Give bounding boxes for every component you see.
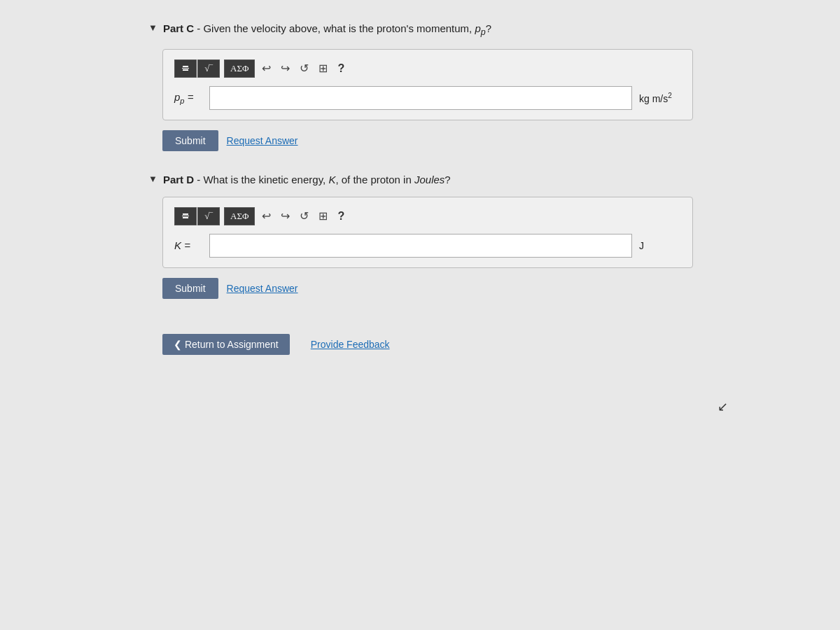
part-c-reset-btn[interactable]: ↺ bbox=[297, 60, 312, 76]
part-d-section: ▼ Part D - What is the kinetic energy, K… bbox=[147, 172, 693, 299]
part-d-title-end: ? bbox=[444, 174, 450, 186]
cursor-arrow: ↙ bbox=[718, 399, 728, 414]
part-c-title: Part C - Given the velocity above, what … bbox=[163, 21, 491, 39]
part-c-answer-box: √‾ ΑΣΦ ↩ ↪ ↺ ⊞ ? pp = bbox=[162, 49, 693, 120]
part-d-header: ▼ Part D - What is the kinetic energy, K… bbox=[147, 172, 693, 187]
part-c-input-row: pp = kg m/s2 bbox=[174, 86, 681, 110]
part-c-answer-input[interactable] bbox=[209, 86, 632, 110]
part-c-label: Part C bbox=[163, 22, 194, 34]
part-d-italic: Joules bbox=[414, 174, 444, 186]
part-c-var: pp bbox=[475, 22, 485, 34]
part-d-title: Part D - What is the kinetic energy, K, … bbox=[163, 172, 451, 187]
part-d-undo-btn[interactable]: ↩ bbox=[259, 208, 274, 224]
part-c-math-btn-group: √‾ bbox=[174, 59, 220, 78]
fraction-icon bbox=[182, 214, 189, 218]
part-d-title-text: - What is the kinetic energy, bbox=[194, 174, 328, 186]
part-d-label: Part D bbox=[163, 174, 194, 186]
part-d-table-btn[interactable]: ⊞ bbox=[316, 208, 330, 224]
part-c-help-btn[interactable]: ? bbox=[337, 62, 344, 75]
part-c-title-end: ? bbox=[486, 22, 491, 34]
part-c-request-answer-btn[interactable]: Request Answer bbox=[227, 135, 298, 146]
part-d-input-row: K = J bbox=[174, 234, 681, 258]
part-d-unit-label: J bbox=[639, 240, 681, 251]
part-d-var-label: K = bbox=[174, 239, 202, 251]
part-d-submit-row: Submit Request Answer bbox=[162, 278, 693, 299]
part-c-unit-label: kg m/s2 bbox=[639, 92, 681, 104]
part-c-toolbar: √‾ ΑΣΦ ↩ ↪ ↺ ⊞ ? bbox=[174, 59, 681, 78]
part-d-var: K bbox=[328, 174, 335, 186]
part-c-sqrt-btn[interactable]: √‾ bbox=[197, 59, 220, 78]
part-d-answer-box: √‾ ΑΣΦ ↩ ↪ ↺ ⊞ ? K = bbox=[162, 197, 693, 268]
part-d-collapse-arrow[interactable]: ▼ bbox=[148, 174, 158, 184]
sqrt-icon: √‾ bbox=[204, 211, 212, 222]
part-c-undo-btn[interactable]: ↩ bbox=[259, 60, 274, 76]
return-to-assignment-btn[interactable]: ❮ Return to Assignment bbox=[162, 334, 290, 355]
part-c-symbol-btn[interactable]: ΑΣΦ bbox=[224, 59, 255, 78]
part-c-redo-btn[interactable]: ↪ bbox=[278, 60, 293, 76]
part-d-redo-btn[interactable]: ↪ bbox=[278, 208, 293, 224]
provide-feedback-btn[interactable]: Provide Feedback bbox=[311, 339, 390, 350]
part-d-fraction-btn[interactable] bbox=[174, 207, 197, 225]
bottom-bar: ❮ Return to Assignment Provide Feedback bbox=[162, 334, 693, 355]
part-d-answer-input[interactable] bbox=[209, 234, 632, 258]
page-container: ▼ Part C - Given the velocity above, wha… bbox=[0, 0, 840, 630]
part-c-section: ▼ Part C - Given the velocity above, wha… bbox=[147, 21, 693, 151]
part-c-collapse-arrow[interactable]: ▼ bbox=[148, 22, 158, 33]
part-d-request-answer-btn[interactable]: Request Answer bbox=[227, 283, 298, 294]
part-d-sqrt-btn[interactable]: √‾ bbox=[197, 207, 220, 225]
part-c-table-btn[interactable]: ⊞ bbox=[316, 60, 330, 76]
part-c-submit-btn[interactable]: Submit bbox=[162, 130, 218, 151]
part-d-math-btn-group: √‾ bbox=[174, 207, 220, 225]
part-c-submit-row: Submit Request Answer bbox=[162, 130, 693, 151]
sqrt-icon: √‾ bbox=[204, 63, 212, 74]
part-c-title-text: - Given the velocity above, what is the … bbox=[194, 22, 475, 34]
part-d-symbol-btn[interactable]: ΑΣΦ bbox=[224, 207, 255, 225]
fraction-icon bbox=[182, 66, 189, 71]
content-area: ▼ Part C - Given the velocity above, wha… bbox=[147, 14, 693, 355]
part-c-var-label: pp = bbox=[174, 91, 202, 105]
part-d-help-btn[interactable]: ? bbox=[337, 210, 344, 223]
part-c-fraction-btn[interactable] bbox=[174, 59, 197, 78]
part-c-header: ▼ Part C - Given the velocity above, wha… bbox=[147, 21, 693, 39]
part-d-reset-btn[interactable]: ↺ bbox=[297, 208, 312, 224]
part-d-submit-btn[interactable]: Submit bbox=[162, 278, 218, 299]
part-d-toolbar: √‾ ΑΣΦ ↩ ↪ ↺ ⊞ ? bbox=[174, 207, 681, 225]
part-d-title-text2: , of the proton in bbox=[335, 174, 414, 186]
